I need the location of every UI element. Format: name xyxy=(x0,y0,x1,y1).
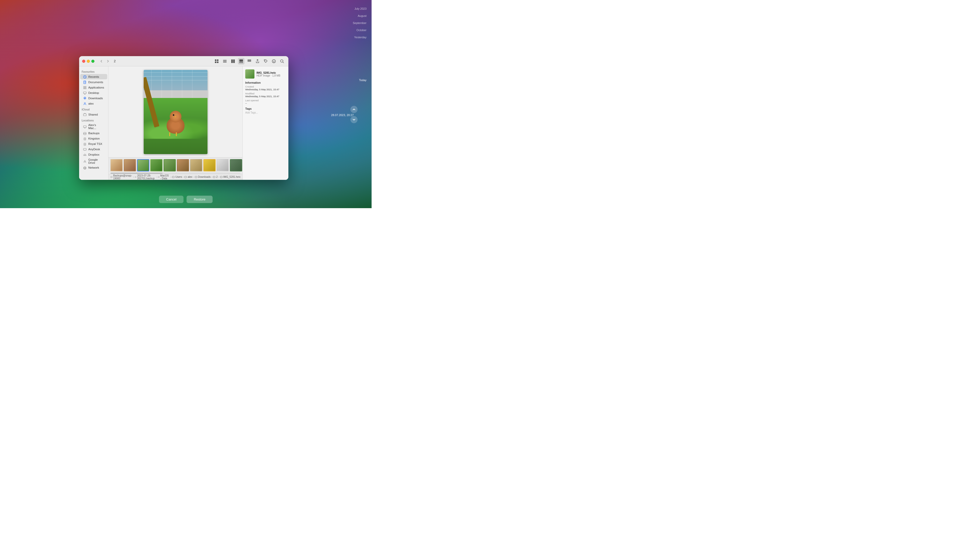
thumbnail-4[interactable] xyxy=(150,159,162,171)
view-columns-button[interactable] xyxy=(230,58,236,65)
sidebar-label-backups: Backups xyxy=(88,132,100,135)
close-button[interactable] xyxy=(82,60,85,63)
path-segment-3[interactable]: MacOS - Data xyxy=(158,174,170,180)
svg-rect-26 xyxy=(85,86,86,87)
thumbnail-9[interactable] xyxy=(217,159,229,171)
timeline-item-september[interactable]: September xyxy=(353,19,366,27)
thumbnail-1[interactable] xyxy=(110,159,123,171)
tag-button[interactable] xyxy=(262,58,269,65)
svg-rect-61 xyxy=(220,176,222,178)
bottom-buttons: Cancel Restore xyxy=(159,196,213,203)
sidebar-item-backups[interactable]: Backups xyxy=(80,130,107,136)
timeline-item-yesterday[interactable]: Yesterday xyxy=(353,34,366,41)
info-lastopened-row: Last opened -- xyxy=(245,99,286,105)
path-segment-7[interactable]: 2 xyxy=(213,176,218,178)
timeline-item-august[interactable]: August xyxy=(353,12,366,19)
sidebar-item-kingston[interactable]: Kingston xyxy=(80,136,107,141)
forward-button[interactable] xyxy=(105,59,111,64)
emoji-button[interactable] xyxy=(270,58,277,65)
info-modified-value: Wednesday, 5 May 2021, 15:47 xyxy=(245,95,286,98)
timeline-item-july[interactable]: July 2023 xyxy=(353,5,366,12)
view-icons-button[interactable] xyxy=(213,58,220,65)
sidebar-item-recents[interactable]: Recents xyxy=(80,74,107,79)
thumbnail-5[interactable] xyxy=(164,159,176,171)
svg-point-33 xyxy=(84,103,86,104)
locations-label: Locations xyxy=(79,117,108,123)
timeline-item-today[interactable]: Today xyxy=(353,76,366,84)
main-panel: Backups@snap-19083 › 2023-07-28-202701.b… xyxy=(108,66,242,180)
sidebar-item-desktop[interactable]: Desktop xyxy=(80,90,107,95)
title-bar: 2 xyxy=(79,56,288,66)
thumbnail-8[interactable] xyxy=(204,159,216,171)
cancel-button[interactable]: Cancel xyxy=(159,196,183,203)
minimize-button[interactable] xyxy=(87,60,90,63)
svg-rect-3 xyxy=(217,62,218,63)
back-button[interactable] xyxy=(99,59,104,64)
svg-rect-10 xyxy=(239,59,243,62)
svg-rect-4 xyxy=(223,60,227,60)
sidebar-label-downloads: Downloads xyxy=(88,97,103,100)
svg-rect-44 xyxy=(84,143,86,145)
info-add-tags[interactable]: Add Tags... xyxy=(245,111,286,114)
view-more-button[interactable] xyxy=(246,58,253,65)
applications-icon xyxy=(83,86,87,89)
svg-rect-59 xyxy=(195,176,197,178)
sidebar-item-dropbox[interactable]: Dropbox xyxy=(80,152,107,157)
info-file-name: IMG_5281.heic xyxy=(256,71,280,74)
share-button[interactable] xyxy=(254,58,261,65)
sidebar-item-anydesk[interactable]: AnyDesk xyxy=(80,147,107,152)
restore-button[interactable]: Restore xyxy=(186,196,213,203)
path-segment-1[interactable]: Backups@snap-19083 xyxy=(110,174,133,180)
info-lastopened-label: Last opened xyxy=(245,99,286,102)
sidebar-label-applications: Applications xyxy=(88,86,104,89)
thumbnail-10[interactable] xyxy=(230,159,242,171)
thumbnail-3[interactable] xyxy=(137,159,149,171)
timeline-scroll-down[interactable] xyxy=(350,116,358,123)
svg-rect-13 xyxy=(242,62,243,63)
sidebar-item-shared[interactable]: Shared xyxy=(80,112,107,117)
sidebar-label-googledrive: Google Drive xyxy=(88,158,105,164)
thumbnail-6[interactable] xyxy=(177,159,189,171)
info-panel: IMG_5281.heic HEIF Image · 1,8 MB Inform… xyxy=(242,66,288,180)
timeline-item-october[interactable]: October xyxy=(353,27,366,34)
svg-marker-48 xyxy=(84,154,86,156)
svg-rect-35 xyxy=(83,126,86,127)
thumbnail-2[interactable] xyxy=(124,159,136,171)
sidebar: Favourites Recents Documents Application… xyxy=(79,66,108,180)
sidebar-item-downloads[interactable]: Downloads xyxy=(80,95,107,101)
path-segment-6[interactable]: Downloads xyxy=(195,176,210,178)
view-gallery-button[interactable] xyxy=(238,58,245,65)
svg-rect-1 xyxy=(217,59,218,61)
timeline-panel: July 2023 August September October Yeste… xyxy=(353,0,366,208)
timeline-scroll-up[interactable] xyxy=(350,106,358,113)
thumbnail-7[interactable] xyxy=(190,159,202,171)
dropbox-icon xyxy=(83,153,87,157)
sidebar-item-documents[interactable]: Documents xyxy=(80,79,107,85)
path-segment-2[interactable]: 2023-07-28-202701.backup xyxy=(135,174,156,180)
path-bar: Backups@snap-19083 › 2023-07-28-202701.b… xyxy=(108,174,242,180)
search-button[interactable] xyxy=(279,58,285,65)
sidebar-item-alexsmac[interactable]: Alex's Mac... xyxy=(80,123,107,130)
svg-rect-0 xyxy=(215,59,216,61)
downloads-icon xyxy=(83,96,87,100)
sidebar-item-royaltsx[interactable]: Royal TSX xyxy=(80,141,107,147)
path-segment-8[interactable]: IMG_5281.heic xyxy=(220,176,241,178)
sidebar-item-googledrive[interactable]: Google Drive xyxy=(80,157,107,165)
sidebar-label-shared: Shared xyxy=(88,113,98,116)
path-segment-5[interactable]: alex xyxy=(184,176,192,178)
svg-rect-12 xyxy=(241,62,242,63)
thumbnail-scrollbar-thumb xyxy=(110,173,162,174)
info-tags-label: Tags xyxy=(245,107,286,110)
view-list-button[interactable] xyxy=(221,58,228,65)
svg-rect-57 xyxy=(172,176,174,178)
svg-rect-5 xyxy=(223,61,227,62)
thumbnail-scrollbar[interactable] xyxy=(110,173,240,174)
info-created-row: Created Wednesday, 5 May 2021, 15:47 xyxy=(245,85,286,91)
sidebar-item-network[interactable]: Network xyxy=(80,165,107,170)
path-segment-4[interactable]: Users xyxy=(172,176,182,178)
sidebar-label-kingston: Kingston xyxy=(88,137,100,140)
sidebar-item-applications[interactable]: Applications xyxy=(80,85,107,90)
maximize-button[interactable] xyxy=(91,60,94,63)
shared-icon xyxy=(83,113,87,116)
sidebar-item-alex[interactable]: alex xyxy=(80,101,107,106)
